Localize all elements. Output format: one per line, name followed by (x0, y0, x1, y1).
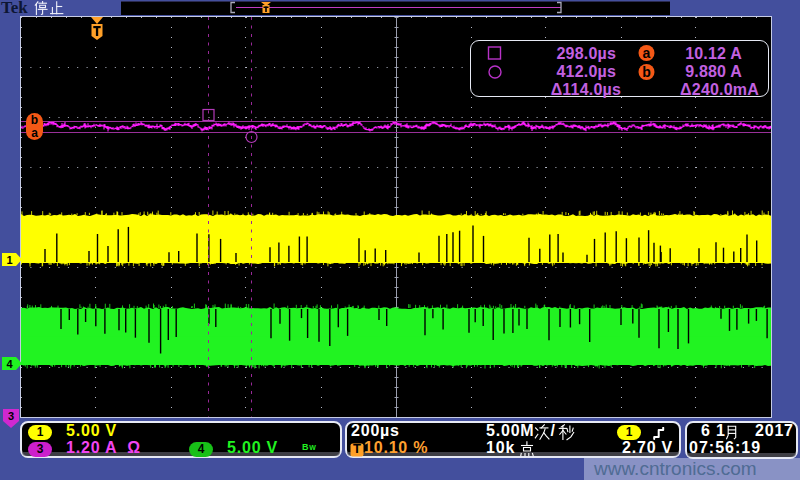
svg-text:1: 1 (6, 254, 12, 266)
svg-text:4: 4 (6, 358, 13, 370)
svg-text:a: a (31, 126, 38, 140)
svg-text:b: b (31, 113, 38, 127)
svg-text:3: 3 (8, 410, 14, 422)
